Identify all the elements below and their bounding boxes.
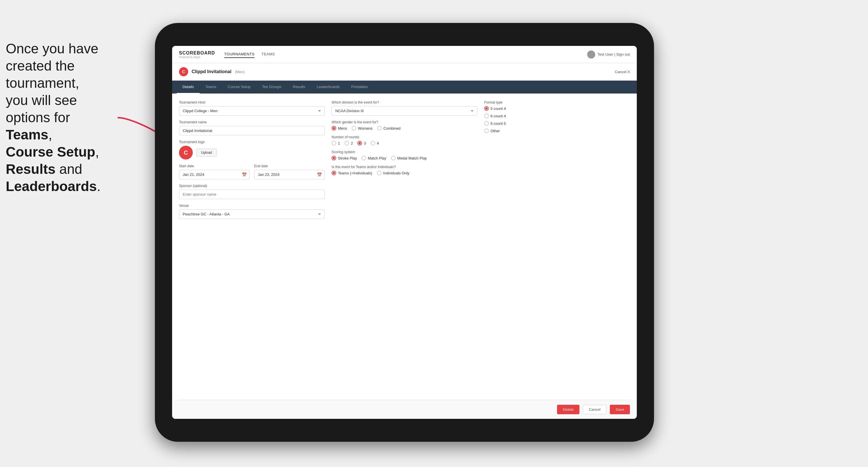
teams-group: Is this event for Teams and/or Individua… <box>332 165 477 175</box>
start-date-group: Start date 📅 <box>179 164 250 179</box>
avatar <box>587 51 595 59</box>
gender-combined-radio[interactable] <box>377 126 382 130</box>
teams-radio-group: Teams (+Individuals) Individuals Only <box>332 171 477 175</box>
start-date-calendar-icon: 📅 <box>242 173 247 177</box>
rounds-4[interactable]: 4 <box>371 141 379 146</box>
scoring-stroke-radio[interactable] <box>332 156 336 160</box>
end-date-input[interactable] <box>254 170 325 179</box>
rounds-1-radio[interactable] <box>332 141 336 146</box>
end-date-group: End date 📅 <box>254 164 325 179</box>
tournament-host-select[interactable]: Clippd College - Men <box>179 106 325 116</box>
scoring-medal[interactable]: Medal Match Play <box>391 156 427 160</box>
tab-course-setup[interactable]: Course Setup <box>222 81 256 94</box>
tournament-header: C Clippd Invitational (Men) Cancel X <box>172 63 637 81</box>
gender-combined[interactable]: Combined <box>377 126 400 130</box>
tab-tee-groups[interactable]: Tee Groups <box>256 81 287 94</box>
rounds-group: Number of rounds 1 2 <box>332 135 477 146</box>
gender-womens-radio[interactable] <box>352 126 356 130</box>
venue-select[interactable]: Peachtree GC - Atlanta - GA <box>179 209 325 219</box>
individuals-only-radio[interactable] <box>377 171 381 175</box>
format-6count4-radio[interactable] <box>484 114 489 118</box>
format-radio-section: 5 count 4 6 count 4 6 count 5 <box>484 106 630 133</box>
sponsor-input[interactable] <box>179 190 325 199</box>
scoring-label: Scoring system <box>332 150 477 154</box>
nav-teams[interactable]: TEAMS <box>261 51 275 58</box>
scoring-stroke[interactable]: Stroke Play <box>332 156 357 160</box>
format-group: Format type 5 count 4 6 count 4 <box>484 100 630 133</box>
rounds-label: Number of rounds <box>332 135 477 139</box>
individuals-only[interactable]: Individuals Only <box>377 171 410 175</box>
scoring-match-radio[interactable] <box>362 156 366 160</box>
rounds-4-radio[interactable] <box>371 141 375 146</box>
nav-links: TOURNAMENTS TEAMS <box>224 51 275 58</box>
rounds-3-radio[interactable] <box>358 141 362 146</box>
format-6count5[interactable]: 6 count 5 <box>484 121 630 126</box>
format-other[interactable]: Other <box>484 128 630 133</box>
instruction-text: Once you have created the tournament, yo… <box>0 40 121 195</box>
gender-mens-radio[interactable] <box>332 126 336 130</box>
tournament-host-label: Tournament Host <box>179 100 325 104</box>
division-label: Which division is the event for? <box>332 100 477 104</box>
nav-tournaments[interactable]: TOURNAMENTS <box>224 51 255 58</box>
teams-plus-radio[interactable] <box>332 171 336 175</box>
rounds-2[interactable]: 2 <box>344 141 353 146</box>
format-5count4-radio[interactable] <box>484 106 489 111</box>
start-date-input[interactable] <box>179 170 250 179</box>
tab-results[interactable]: Results <box>287 81 311 94</box>
middle-column: Which division is the event for? NCAA Di… <box>332 100 477 393</box>
logo-subtitle: Powered by clippd <box>179 56 215 59</box>
tab-teams[interactable]: Teams <box>199 81 222 94</box>
start-date-label: Start date <box>179 164 250 168</box>
gender-radio-group: Mens Womens Combined <box>332 126 477 130</box>
scoring-radio-group: Stroke Play Match Play Medal Match Play <box>332 156 477 160</box>
scoring-medal-radio[interactable] <box>391 156 396 160</box>
sponsor-group: Sponsor (optional) <box>179 184 325 199</box>
cancel-x-button[interactable]: Cancel X <box>615 70 630 74</box>
format-5count4[interactable]: 5 count 4 <box>484 106 630 111</box>
tournament-logo-label: Tournament logo <box>179 140 325 144</box>
end-date-wrapper: 📅 <box>254 170 325 179</box>
tab-printables[interactable]: Printables <box>345 81 373 94</box>
logo-preview: C <box>179 146 193 159</box>
nav-right: Test User | Sign out <box>587 51 630 59</box>
form-area: Tournament Host Clippd College - Men Tou… <box>172 94 637 400</box>
gender-group: Which gender is the event for? Mens Wome… <box>332 120 477 130</box>
dates-row: Start date 📅 End date 📅 <box>179 164 325 179</box>
tournament-name-group: Tournament name <box>179 120 325 135</box>
gender-womens[interactable]: Womens <box>352 126 373 130</box>
tab-details[interactable]: Details <box>177 81 199 94</box>
tablet-frame: SCOREBOARD Powered by clippd TOURNAMENTS… <box>155 23 654 442</box>
right-column: Format type 5 count 4 6 count 4 <box>484 100 630 393</box>
rounds-1[interactable]: 1 <box>332 141 340 146</box>
scoring-group: Scoring system Stroke Play Match Play <box>332 150 477 160</box>
division-group: Which division is the event for? NCAA Di… <box>332 100 477 116</box>
logo-title: SCOREBOARD <box>179 51 215 56</box>
cancel-button[interactable]: Cancel <box>583 405 607 414</box>
upload-button[interactable]: Upload <box>196 149 217 157</box>
format-other-radio[interactable] <box>484 128 489 133</box>
logo-area: SCOREBOARD Powered by clippd <box>179 51 215 59</box>
teams-plus-individuals[interactable]: Teams (+Individuals) <box>332 171 372 175</box>
left-column: Tournament Host Clippd College - Men Tou… <box>179 100 325 393</box>
tournament-title-row: C Clippd Invitational (Men) <box>179 67 245 76</box>
rounds-3[interactable]: 3 <box>358 141 366 146</box>
tournament-tag: (Men) <box>235 70 245 74</box>
tab-leaderboards[interactable]: Leaderboards <box>311 81 345 94</box>
scoring-match[interactable]: Match Play <box>362 156 386 160</box>
gender-mens[interactable]: Mens <box>332 126 347 130</box>
rounds-2-radio[interactable] <box>344 141 349 146</box>
division-select[interactable]: NCAA Division III <box>332 106 477 116</box>
tournament-name: Clippd Invitational <box>192 69 231 74</box>
save-button[interactable]: Save <box>610 405 630 414</box>
tournament-name-input[interactable] <box>179 126 325 135</box>
tablet-screen: SCOREBOARD Powered by clippd TOURNAMENTS… <box>172 46 637 419</box>
main-content: Tournament Host Clippd College - Men Tou… <box>172 94 637 419</box>
rounds-radio-group: 1 2 3 4 <box>332 141 477 146</box>
user-label[interactable]: Test User | Sign out <box>597 52 630 57</box>
format-6count4[interactable]: 6 count 4 <box>484 114 630 118</box>
format-6count5-radio[interactable] <box>484 121 489 126</box>
logo-upload-area: C Upload <box>179 146 325 159</box>
teams-label: Is this event for Teams and/or Individua… <box>332 165 477 169</box>
delete-button[interactable]: Delete <box>557 405 580 414</box>
gender-label: Which gender is the event for? <box>332 120 477 124</box>
